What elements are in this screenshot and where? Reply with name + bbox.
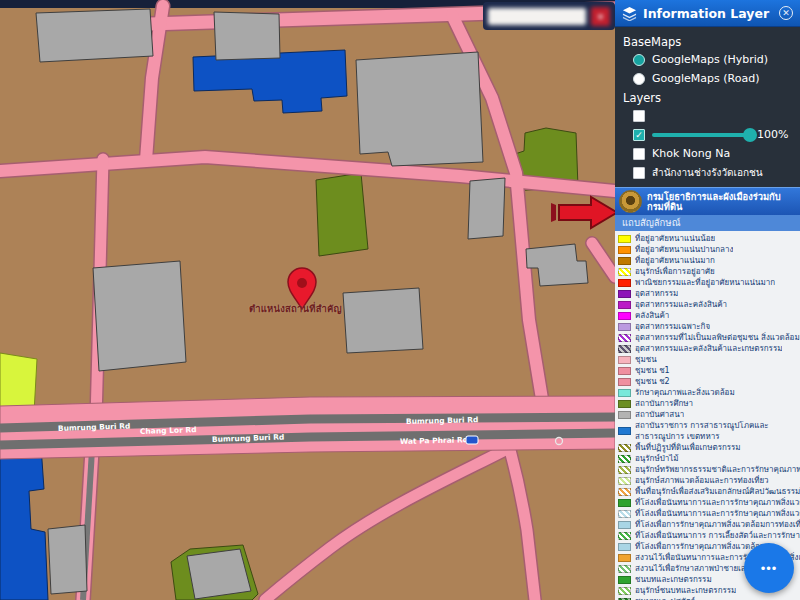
legend-swatch — [618, 466, 631, 474]
radio-unselected-icon[interactable] — [633, 73, 645, 85]
legend-swatch — [618, 334, 631, 342]
legend-swatch — [618, 587, 631, 595]
basemaps-heading: BaseMaps — [623, 35, 800, 49]
pointer-arrow — [551, 195, 619, 231]
building — [356, 52, 483, 166]
panel-header: Information Layer ✕ — [615, 0, 800, 27]
legend-swatch — [618, 367, 631, 375]
legend-swatch — [618, 565, 631, 573]
agency-banner: กรมโยธาธิการและผังเมืองร่วมกับกรมที่ดิน — [615, 187, 800, 215]
building — [468, 178, 505, 239]
legend-item: อุตสาหกรรมและคลังสินค้าและเกษตรกรรม — [618, 343, 800, 354]
legend-swatch — [618, 499, 631, 507]
checkbox-unchecked[interactable] — [633, 110, 645, 122]
legend-swatch — [618, 389, 631, 397]
building — [93, 261, 186, 371]
legend-label: ชุมชน ช1 — [635, 365, 670, 376]
legend-swatch — [618, 400, 631, 408]
app-window: Bumrung Buri Rd Bumrung Buri Rd Bumrung … — [0, 0, 800, 600]
legend-item: ที่โล่งเพื่อนันทนาการ การเลี้ยงสัตว์และก… — [618, 530, 800, 541]
legend-label: คลังสินค้า — [635, 310, 669, 321]
legend-swatch — [618, 279, 631, 287]
checkbox-checked[interactable]: ✓ — [633, 129, 645, 141]
building — [214, 12, 280, 60]
legend-swatch — [618, 576, 631, 584]
legend-label: อนุรักษ์เพื่อการอยู่อาศัย — [635, 266, 715, 277]
basemap-option-hybrid[interactable]: GoogleMaps (Hybrid) — [633, 53, 800, 66]
legend-swatch — [618, 543, 631, 551]
slider-value: 100% — [757, 128, 788, 141]
legend-label: ที่อยู่อาศัยหนาแน่นน้อย — [635, 233, 715, 244]
legend-label: รักษาคุณภาพและสิ่งแวดล้อม — [635, 387, 735, 398]
legend-swatch — [618, 301, 631, 309]
legend-label: สถาบันราชการ การสาธารณูปโภคและสาธารณูปกา… — [635, 420, 800, 442]
legend-item: สถาบันราชการ การสาธารณูปโภคและสาธารณูปกา… — [618, 420, 800, 442]
basemap-label: GoogleMaps (Hybrid) — [652, 53, 768, 66]
legend-label: ชนบทและปศุสัตว์ — [635, 596, 695, 600]
legend-swatch — [618, 427, 631, 435]
building — [187, 549, 251, 599]
basemap-option-road[interactable]: GoogleMaps (Road) — [633, 72, 800, 85]
layer-label: สำนักงานช่างรังวัดเอกชน — [652, 165, 763, 180]
legend-item: อุตสาหกรรม — [618, 288, 800, 299]
layer-label: Khok Nong Na — [652, 147, 730, 160]
legend-title: แถบสัญลักษณ์ — [615, 215, 800, 231]
legend-item: ที่โล่งเพื่อนันทนาการและการรักษาคุณภาพสิ… — [618, 508, 800, 519]
legend-item: สถาบันศาสนา — [618, 409, 800, 420]
legend-label: อนุรักษ์ชนบทและเกษตรกรรม — [635, 585, 736, 596]
legend-label: พาณิชยกรรมและที่อยู่อาศัยหนาแน่นมาก — [635, 277, 775, 288]
layers-heading: Layers — [623, 91, 800, 105]
radio-selected-icon[interactable] — [633, 54, 645, 66]
legend-item: ชุมชน ช1 — [618, 365, 800, 376]
search-button[interactable]: ▾ — [591, 7, 610, 26]
legend-item: ที่โล่งเพื่อการรักษาคุณภาพสิ่งแวดล้อมการ… — [618, 519, 800, 530]
checkbox-unchecked[interactable] — [633, 148, 645, 160]
legend-item: ชุมชน — [618, 354, 800, 365]
legend-item: อนุรักษ์เพื่อการอยู่อาศัย — [618, 266, 800, 277]
search-bar: ▾ — [483, 2, 615, 30]
legend-swatch — [618, 455, 631, 463]
panel-title: Information Layer — [643, 6, 773, 21]
legend-item: ชุมชน ช2 — [618, 376, 800, 387]
legend-label: อุตสาหกรรมเฉพาะกิจ — [635, 321, 710, 332]
layer-row-survey-office[interactable]: สำนักงานช่างรังวัดเอกชน — [633, 166, 800, 179]
legend-swatch — [618, 444, 631, 452]
legend-label: อุตสาหกรรมและคลังสินค้าและเกษตรกรรม — [635, 343, 782, 354]
search-input[interactable] — [488, 8, 586, 25]
legend-label: อนุรักษ์ทรัพยากรธรรมชาติและการรักษาคุณภา… — [635, 464, 800, 475]
legend-swatch — [618, 477, 631, 485]
legend-swatch — [618, 554, 631, 562]
legend-item: ชนบทและปศุสัตว์ — [618, 596, 800, 600]
legend-swatch — [618, 356, 631, 364]
more-options-button[interactable]: ••• — [744, 543, 794, 593]
agency-seal-icon — [619, 190, 642, 213]
legend-label: ที่โล่งเพื่อนันทนาการและการรักษาคุณภาพสิ… — [635, 497, 800, 508]
road-label: Bumrung Buri Rd — [406, 415, 479, 426]
legend-label: ที่อยู่อาศัยหนาแน่นปานกลาง — [635, 244, 733, 255]
building — [36, 9, 153, 62]
legend-item: อุตสาหกรรมและคลังสินค้า — [618, 299, 800, 310]
legend-item: ที่โล่งเพื่อนันทนาการและการรักษาคุณภาพสิ… — [618, 497, 800, 508]
information-layer-panel: Information Layer ✕ BaseMaps GoogleMaps … — [615, 0, 800, 600]
slider-thumb[interactable] — [743, 128, 757, 142]
checkbox-unchecked[interactable] — [633, 167, 645, 179]
map-graphics: Bumrung Buri Rd Bumrung Buri Rd Bumrung … — [0, 0, 615, 600]
legend-item: อุตสาหกรรมเฉพาะกิจ — [618, 321, 800, 332]
legend-swatch — [618, 345, 631, 353]
legend-swatch — [618, 268, 631, 276]
opacity-slider[interactable] — [652, 133, 750, 137]
legend-item: อนุรักษ์ป่าไม้ — [618, 453, 800, 464]
basemap-label: GoogleMaps (Road) — [652, 72, 759, 85]
legend-item: สถาบันการศึกษา — [618, 398, 800, 409]
legend-label: ชุมชน ช2 — [635, 376, 670, 387]
layer-row-khok-nong-na[interactable]: Khok Nong Na — [633, 147, 800, 160]
legend-item: ที่อยู่อาศัยหนาแน่นปานกลาง — [618, 244, 800, 255]
legend-item: อนุรักษ์สภาพแวดล้อมและการท่องเที่ยว — [618, 475, 800, 486]
map-canvas[interactable]: Bumrung Buri Rd Bumrung Buri Rd Bumrung … — [0, 0, 615, 600]
legend-swatch — [618, 235, 631, 243]
close-icon[interactable]: ✕ — [779, 6, 793, 20]
agency-banner-text: กรมโยธาธิการและผังเมืองร่วมกับกรมที่ดิน — [647, 192, 796, 212]
legend-swatch — [618, 532, 631, 540]
legend-swatch — [618, 411, 631, 419]
legend-label: สงวนไว้เพื่อรักษาสภาพป่าชายเลน — [635, 563, 751, 574]
